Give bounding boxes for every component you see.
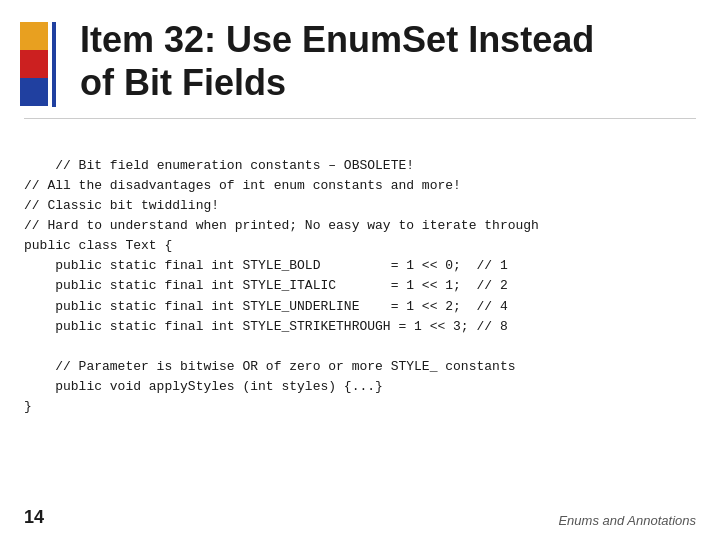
code-line-7: public static final int STYLE_ITALIC = 1…	[24, 278, 508, 293]
square-red	[20, 50, 48, 78]
title-divider	[24, 118, 696, 119]
code-line-11: // Parameter is bitwise OR of zero or mo…	[24, 359, 515, 374]
content-section: // Bit field enumeration constants – OBS…	[0, 127, 720, 447]
code-block: // Bit field enumeration constants – OBS…	[24, 135, 696, 437]
code-line-2: // All the disadvantages of int enum con…	[24, 178, 461, 193]
square-blue	[20, 78, 48, 106]
code-line-1: // Bit field enumeration constants – OBS…	[55, 158, 414, 173]
vertical-line	[52, 22, 56, 107]
header-section: Item 32: Use EnumSet Instead of Bit Fiel…	[0, 0, 720, 114]
title-line2: of Bit Fields	[80, 62, 286, 103]
code-line-5: public class Text {	[24, 238, 172, 253]
code-line-10	[24, 339, 32, 354]
color-squares	[20, 22, 48, 106]
slide-number: 14	[24, 507, 44, 528]
code-line-9: public static final int STYLE_STRIKETHRO…	[24, 319, 508, 334]
footer-label: Enums and Annotations	[558, 513, 696, 528]
code-line-4: // Hard to understand when printed; No e…	[24, 218, 539, 233]
code-line-3: // Classic bit twiddling!	[24, 198, 219, 213]
footer: 14 Enums and Annotations	[24, 507, 696, 528]
code-line-8: public static final int STYLE_UNDERLINE …	[24, 299, 508, 314]
title-line1: Item 32: Use EnumSet Instead	[80, 19, 594, 60]
square-orange	[20, 22, 48, 50]
slide-title: Item 32: Use EnumSet Instead of Bit Fiel…	[80, 18, 700, 104]
code-line-12: public void applyStyles (int styles) {..…	[24, 379, 383, 394]
code-line-6: public static final int STYLE_BOLD = 1 <…	[24, 258, 508, 273]
code-line-13: }	[24, 399, 32, 414]
